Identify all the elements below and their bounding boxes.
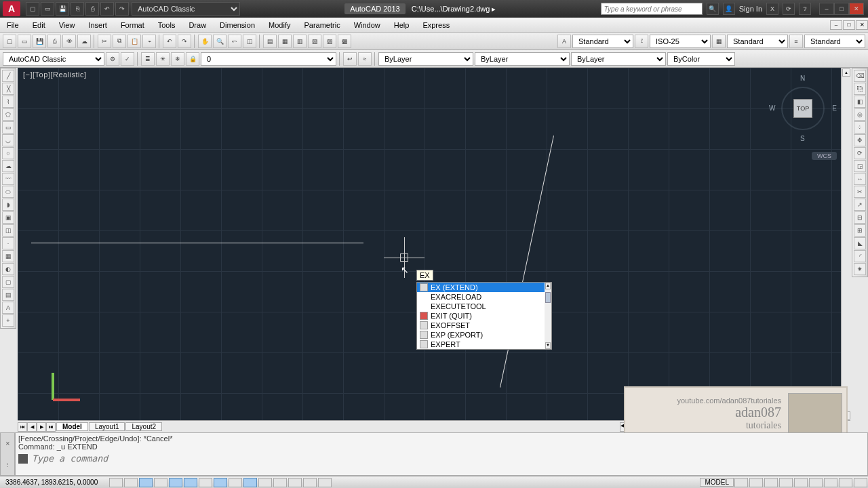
revcloud-icon[interactable]: ☁ [2,160,14,172]
sb-dyn-icon[interactable] [243,478,257,487]
viewcube-east[interactable]: E [832,104,837,112]
scroll-up-button[interactable]: ▲ [842,68,850,77]
ac-item-executetool[interactable]: EXECUTETOOL [417,302,551,311]
sb-otrack-icon[interactable] [214,478,227,487]
viewcube-south[interactable]: S [800,135,805,142]
menu-format[interactable]: Format [114,20,151,30]
child-close-button[interactable]: ✕ [856,20,868,30]
menu-express[interactable]: Express [416,20,456,30]
tablestyle-icon[interactable]: ▦ [712,35,726,48]
lineweight-dropdown[interactable]: ByLayer [571,52,666,66]
dynamic-input[interactable]: EX [416,270,433,281]
viewcube-west[interactable]: W [769,104,775,112]
vertical-scrollbar[interactable]: ▲ ▼ [841,68,850,420]
viewcube-top[interactable]: TOP [793,99,812,118]
layer-match-icon[interactable]: ≈ [358,52,372,66]
menu-edit[interactable]: Edit [26,20,52,30]
ac-item-export[interactable]: EXP (EXPORT) [417,330,551,340]
sb-annovis-icon[interactable] [779,478,793,487]
break-icon[interactable]: ⊟ [854,211,866,224]
markup-icon[interactable]: ▨ [323,35,336,48]
gradient-icon[interactable]: ◐ [2,263,14,275]
sb-am-icon[interactable] [318,478,332,487]
tab-prev-icon[interactable]: ◀ [27,422,37,432]
sb-grid-icon[interactable] [139,478,153,487]
spline-icon[interactable]: 〰 [2,173,14,185]
mtext-icon[interactable]: A [2,302,14,314]
cmd-close-icon[interactable]: ✕ [1,433,14,454]
toolpal-icon[interactable]: ▥ [293,35,307,48]
cut-icon[interactable]: ✂ [98,35,111,48]
qat-new-icon[interactable]: ▢ [26,2,39,16]
tablestyle-dropdown[interactable]: Standard [727,35,788,48]
move-icon[interactable]: ✥ [854,134,866,146]
copy-icon[interactable]: ⧉ [113,35,126,48]
sb-qview-icon[interactable] [749,478,763,487]
ac-item-exit[interactable]: EXIT (QUIT) [417,311,551,321]
stayconn-icon[interactable]: ⟳ [783,3,795,15]
open-icon[interactable]: ▭ [18,35,31,48]
table-icon[interactable]: ▤ [2,289,14,301]
sb-clean-icon[interactable] [854,478,867,487]
app-icon[interactable]: A [3,1,20,16]
plotstyle-dropdown[interactable]: ByColor [667,52,735,66]
tab-last-icon[interactable]: ⏭ [46,422,56,432]
ac-item-extend[interactable]: EX (EXTEND) [417,283,551,292]
mlstyle-icon[interactable]: ≡ [789,35,803,48]
ellipse-icon[interactable]: ⬭ [2,186,14,198]
signin-link[interactable]: Sign In [739,5,762,13]
minimize-button[interactable]: – [819,3,834,15]
copy-obj-icon[interactable]: ⿻ [854,83,866,95]
offset-icon[interactable]: ◎ [854,108,866,121]
array-icon[interactable]: ⁘ [854,121,866,134]
cmd-grip-icon[interactable]: ⋮ [1,454,14,475]
match-icon[interactable]: ⌁ [142,35,156,48]
menu-help[interactable]: Help [387,20,416,30]
title-dropdown-icon[interactable]: ▸ [492,5,496,13]
ac-item-expert[interactable]: EXPERT [417,340,551,349]
wcs-label[interactable]: WCS [812,152,837,160]
tab-next-icon[interactable]: ▶ [37,422,46,432]
zoom-win-icon[interactable]: ◫ [243,35,256,48]
ssm-icon[interactable]: ▧ [308,35,321,48]
hatch-icon[interactable]: ▦ [2,250,14,262]
tab-model[interactable]: Model [56,422,88,431]
tab-first-icon[interactable]: ⏮ [18,422,27,432]
sb-3dosnap-icon[interactable] [199,478,212,487]
sb-ortho-icon[interactable] [154,478,167,487]
trim-icon[interactable]: ✂ [854,186,866,198]
sb-hw-icon[interactable] [824,478,837,487]
preview-icon[interactable]: 👁 [62,35,76,48]
dc-icon[interactable]: ▦ [278,35,292,48]
addsel-icon[interactable]: + [2,314,14,327]
point-icon[interactable]: · [2,237,14,249]
autocomplete-scrollbar[interactable]: ▲ ▼ [545,283,551,349]
search-icon[interactable]: 🔍 [707,3,719,15]
publish-icon[interactable]: ☁ [77,35,91,48]
redo-icon[interactable]: ↷ [178,35,191,48]
menu-modify[interactable]: Modify [262,20,297,30]
user-icon[interactable]: 👤 [723,3,735,15]
layer-dropdown[interactable]: 0 [201,52,336,66]
rectangle-icon[interactable]: ▭ [2,121,14,134]
ws-save-icon[interactable]: ✓ [121,52,134,66]
coordinates[interactable]: 3386.4637, 1893.6215, 0.0000 [0,479,108,486]
help-icon[interactable]: ? [799,3,811,15]
sb-tpy-icon[interactable] [273,478,287,487]
plot-icon[interactable]: ⎙ [47,35,61,48]
layer-freeze-icon[interactable]: ❄ [171,52,184,66]
child-minimize-button[interactable]: – [830,20,842,30]
region-icon[interactable]: ▢ [2,276,14,288]
viewport-label[interactable]: [−][Top][Realistic] [23,70,87,79]
modelspace-button[interactable]: MODEL [700,478,734,487]
sb-layout-icon[interactable] [734,478,748,487]
paste-icon[interactable]: 📋 [127,35,141,48]
calc-icon[interactable]: ▩ [338,35,351,48]
sb-annoscale-icon[interactable] [764,478,778,487]
color-dropdown[interactable]: ByLayer [378,52,473,66]
stretch-icon[interactable]: ↔ [854,173,866,185]
layer-states-icon[interactable]: ☀ [156,52,170,66]
qat-open-icon[interactable]: ▭ [41,2,54,16]
menu-window[interactable]: Window [347,20,387,30]
qat-redo-icon[interactable]: ↷ [115,2,129,16]
